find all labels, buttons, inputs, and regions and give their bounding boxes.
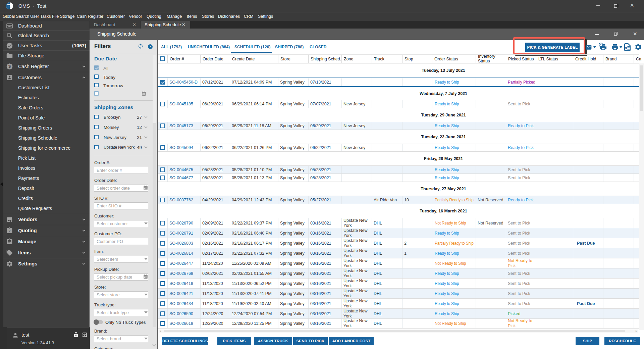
- svg-text:?: ?: [9, 229, 11, 233]
- svg-text:$: $: [8, 64, 11, 69]
- svg-text:x: x: [625, 45, 628, 50]
